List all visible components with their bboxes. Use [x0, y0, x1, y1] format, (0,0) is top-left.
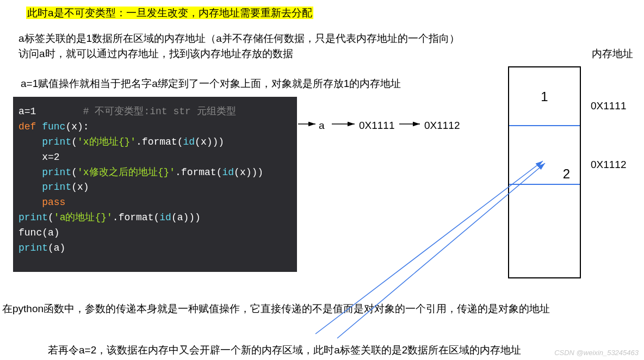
- memory-diagram: 1 2: [508, 66, 581, 278]
- variable-a-label: a: [319, 119, 325, 133]
- description-line-1: a标签关联的是1数据所在区域的内存地址（a并不存储任何数据，只是代表内存地址的一…: [18, 32, 460, 46]
- code-block: a=1 # 不可变类型:int str 元组类型 def func(x): pr…: [13, 97, 297, 272]
- description-line-3: a=1赋值操作就相当于把名字a绑定到了一个对象上面，对象就是所存放1的内存地址: [21, 77, 401, 91]
- memory-cell-1: 1: [509, 67, 580, 126]
- bottom-explain-1: 在python函数中，参数的传递本身就是一种赋值操作，它直接传递的不是值而是对对…: [2, 302, 550, 316]
- bottom-explain-2: 若再令a=2，该数据在内存中又会开辟一个新的内存区域，此时a标签关联的是2数据所…: [48, 343, 521, 358]
- memory-address-1: 0X1111: [591, 99, 627, 114]
- memory-address-2: 0X1112: [591, 158, 627, 172]
- pointer-address-1: 0X1111: [359, 119, 395, 133]
- memory-header-label: 内存地址: [592, 47, 633, 61]
- memory-cell-2: 2: [509, 126, 580, 185]
- watermark: CSDN @weixin_53245463: [554, 349, 639, 357]
- pointer-address-2: 0X1112: [424, 119, 460, 133]
- description-line-2: 访问a时，就可以通过内存地址，找到该内存地址存放的数据: [18, 47, 293, 61]
- title-highlight: 此时a是不可变类型：一旦发生改变，内存地址需要重新去分配: [26, 6, 313, 21]
